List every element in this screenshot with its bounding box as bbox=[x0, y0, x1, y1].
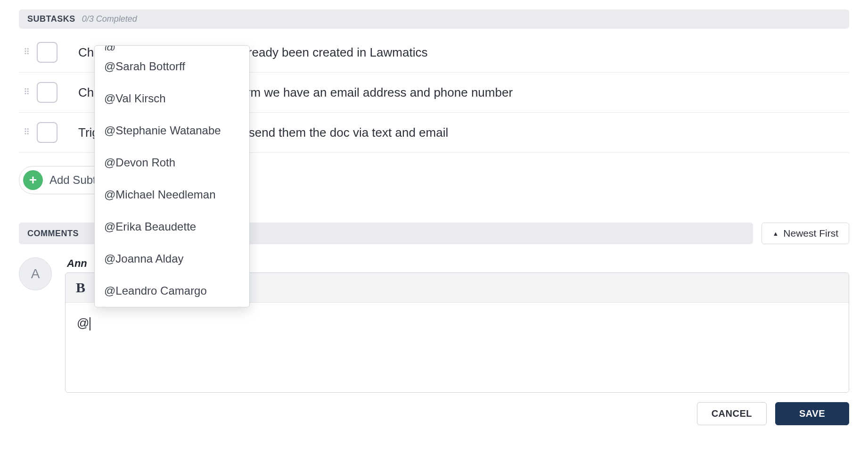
subtasks-title: SUBTASKS bbox=[27, 14, 75, 24]
comment-input-text: @ bbox=[77, 316, 89, 330]
drag-handle-icon[interactable]: ⠿ bbox=[24, 50, 30, 54]
drag-handle-icon[interactable]: ⠿ bbox=[24, 91, 30, 94]
comment-input[interactable]: @ bbox=[66, 303, 849, 392]
caret-up-icon: ▲ bbox=[772, 230, 778, 237]
avatar-initial: A bbox=[31, 266, 40, 281]
mention-item[interactable]: @Devon Roth bbox=[95, 147, 249, 179]
subtasks-header: SUBTASKS 0/3 Completed bbox=[19, 9, 849, 29]
text-cursor-icon bbox=[90, 317, 90, 330]
subtask-checkbox[interactable] bbox=[37, 122, 57, 143]
mention-item[interactable]: @Erika Beaudette bbox=[95, 211, 249, 243]
subtask-checkbox[interactable] bbox=[37, 82, 57, 103]
bold-button[interactable]: B bbox=[76, 280, 85, 296]
mention-dropdown[interactable]: @ @Sarah Bottorff @Val Kirsch @Stephanie… bbox=[94, 45, 250, 307]
comments-sort-label: Newest First bbox=[783, 228, 838, 239]
comments-sort-button[interactable]: ▲ Newest First bbox=[762, 223, 849, 244]
avatar: A bbox=[19, 257, 52, 290]
subtasks-progress: 0/3 Completed bbox=[82, 14, 137, 24]
plus-icon: + bbox=[23, 170, 43, 190]
mention-item[interactable]: @Val Kirsch bbox=[95, 82, 249, 115]
mention-item[interactable]: @Leandro Camargo bbox=[95, 275, 249, 307]
mention-item[interactable]: @Stephanie Watanabe bbox=[95, 115, 249, 147]
drag-handle-icon[interactable]: ⠿ bbox=[24, 131, 30, 134]
comments-title: COMMENTS bbox=[27, 229, 79, 239]
mention-item[interactable]: @Sarah Bottorff bbox=[95, 50, 249, 82]
mention-scroll[interactable]: @ @Sarah Bottorff @Val Kirsch @Stephanie… bbox=[95, 46, 249, 307]
mention-item[interactable]: @Michael Needleman bbox=[95, 179, 249, 211]
mention-header-fragment: @ bbox=[95, 46, 249, 50]
mention-item[interactable]: @Joanna Alday bbox=[95, 243, 249, 275]
subtask-checkbox[interactable] bbox=[37, 42, 57, 63]
save-button[interactable]: SAVE bbox=[775, 402, 849, 425]
cancel-button[interactable]: CANCEL bbox=[697, 402, 767, 425]
